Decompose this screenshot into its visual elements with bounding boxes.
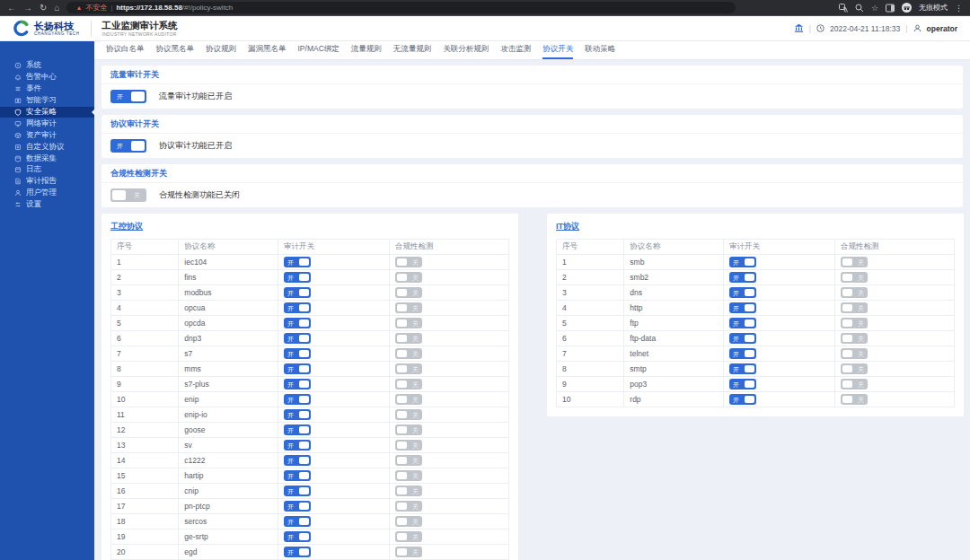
tab-1[interactable]: 协议黑名单: [156, 41, 195, 59]
audit-switch-toggle[interactable]: 开: [284, 455, 311, 466]
compliance-toggle[interactable]: 关: [841, 333, 868, 344]
audit-switch-toggle[interactable]: 开: [284, 272, 311, 283]
sidebar-item-user-management[interactable]: 用户管理: [0, 188, 94, 199]
browser-menu-icon[interactable]: ⋮: [955, 4, 963, 13]
sidebar-item-audit-report[interactable]: 审计报告: [0, 176, 94, 188]
platform-icon[interactable]: [794, 23, 804, 33]
audit-switch-toggle[interactable]: 开: [284, 379, 311, 389]
forward-icon[interactable]: →: [23, 4, 32, 13]
compliance-toggle[interactable]: 关: [395, 470, 422, 481]
security-warning-icon[interactable]: ▲: [75, 4, 82, 11]
tab-0[interactable]: 协议白名单: [106, 41, 145, 59]
compliance-toggle[interactable]: 关: [395, 348, 422, 359]
side-panel-icon[interactable]: [886, 4, 895, 13]
audit-switch-toggle[interactable]: 开: [284, 318, 311, 328]
audit-switch-toggle[interactable]: 开: [729, 348, 756, 359]
audit-switch-toggle[interactable]: 开: [284, 501, 311, 512]
audit-switch-toggle[interactable]: 开: [729, 257, 756, 267]
compliance-toggle[interactable]: 关: [395, 318, 422, 328]
compliance-toggle[interactable]: 关: [395, 394, 422, 405]
compliance-toggle[interactable]: 关: [395, 455, 422, 466]
audit-switch-toggle[interactable]: 开: [284, 470, 311, 481]
tab-7[interactable]: 关联分析规则: [443, 41, 489, 59]
section-toggle[interactable]: 开: [110, 90, 146, 103]
sidebar-item-asset-audit[interactable]: 资产审计: [0, 129, 94, 141]
audit-switch-toggle[interactable]: 开: [284, 333, 311, 344]
compliance-toggle[interactable]: 关: [395, 379, 422, 389]
section-toggle[interactable]: 关: [110, 188, 146, 202]
compliance-toggle[interactable]: 关: [395, 424, 422, 435]
tab-8[interactable]: 攻击监测: [500, 41, 531, 59]
audit-switch-toggle[interactable]: 开: [729, 287, 756, 298]
compliance-toggle[interactable]: 关: [395, 486, 422, 496]
audit-switch-toggle[interactable]: 开: [284, 516, 311, 527]
audit-switch-toggle[interactable]: 开: [729, 394, 756, 405]
audit-switch-toggle[interactable]: 开: [729, 379, 756, 389]
audit-switch-toggle[interactable]: 开: [284, 394, 311, 405]
sidebar-item-data-collection[interactable]: 数据采集: [0, 153, 94, 164]
audit-switch-toggle[interactable]: 开: [729, 318, 756, 328]
audit-switch-toggle[interactable]: 开: [729, 302, 756, 313]
bookmark-star-icon[interactable]: ☆: [871, 4, 878, 13]
compliance-toggle[interactable]: 关: [841, 394, 868, 405]
sidebar-item-events[interactable]: 事件: [0, 83, 94, 95]
compliance-toggle[interactable]: 关: [841, 287, 868, 298]
compliance-toggle[interactable]: 关: [841, 272, 868, 283]
audit-switch-toggle[interactable]: 开: [729, 363, 756, 374]
compliance-toggle[interactable]: 关: [841, 302, 868, 313]
compliance-toggle[interactable]: 关: [395, 287, 422, 298]
sidebar-item-alarm-center[interactable]: 告警中心: [0, 72, 94, 83]
compliance-toggle[interactable]: 关: [395, 531, 422, 542]
sidebar-item-settings[interactable]: 设置: [0, 199, 94, 211]
sidebar-item-network-audit[interactable]: 网络审计: [0, 118, 94, 129]
tab-4[interactable]: IP/MAC绑定: [298, 41, 340, 59]
address-bar[interactable]: ▲ 不安全 | https://172.18.58.58/#!/policy-s…: [66, 2, 736, 13]
compliance-toggle[interactable]: 关: [841, 348, 868, 359]
tab-2[interactable]: 协议规则: [206, 41, 236, 59]
username[interactable]: operator: [927, 24, 957, 33]
compliance-toggle[interactable]: 关: [395, 363, 422, 374]
sidebar-item-logs[interactable]: 日志: [0, 164, 94, 176]
incognito-avatar-icon[interactable]: [902, 3, 912, 13]
compliance-toggle[interactable]: 关: [841, 363, 868, 374]
compliance-toggle[interactable]: 关: [395, 272, 422, 283]
compliance-toggle[interactable]: 关: [395, 257, 422, 267]
audit-switch-toggle[interactable]: 开: [284, 409, 311, 420]
tab-9[interactable]: 协议开关: [542, 41, 573, 59]
compliance-toggle[interactable]: 关: [395, 547, 422, 557]
audit-switch-toggle[interactable]: 开: [284, 257, 311, 267]
audit-switch-toggle[interactable]: 开: [284, 486, 311, 496]
compliance-toggle[interactable]: 关: [395, 302, 422, 313]
sidebar-item-security-policy[interactable]: 安全策略: [0, 107, 94, 118]
home-icon[interactable]: ⌂: [54, 4, 59, 13]
tab-10[interactable]: 联动策略: [585, 41, 615, 59]
tab-6[interactable]: 无流量规则: [393, 41, 432, 59]
compliance-toggle[interactable]: 关: [395, 409, 422, 420]
compliance-toggle[interactable]: 关: [395, 333, 422, 344]
audit-switch-toggle[interactable]: 开: [284, 424, 311, 435]
audit-switch-toggle[interactable]: 开: [284, 531, 311, 542]
reload-icon[interactable]: ↻: [40, 4, 47, 13]
audit-switch-toggle[interactable]: 开: [284, 547, 311, 557]
audit-switch-toggle[interactable]: 开: [729, 333, 756, 344]
section-toggle[interactable]: 开: [110, 139, 146, 153]
compliance-toggle[interactable]: 关: [841, 257, 868, 267]
sidebar-item-custom-protocol[interactable]: 自定义协议: [0, 141, 94, 153]
audit-switch-toggle[interactable]: 开: [284, 363, 311, 374]
compliance-toggle[interactable]: 关: [841, 318, 868, 328]
translate-icon[interactable]: [839, 4, 848, 13]
audit-switch-toggle[interactable]: 开: [284, 440, 311, 451]
compliance-toggle[interactable]: 关: [841, 379, 868, 389]
compliance-toggle[interactable]: 关: [395, 440, 422, 451]
back-icon[interactable]: ←: [7, 4, 16, 13]
sidebar-item-learning[interactable]: 智能学习: [0, 95, 94, 107]
audit-switch-toggle[interactable]: 开: [284, 348, 311, 359]
zoom-icon[interactable]: [855, 4, 864, 13]
compliance-toggle[interactable]: 关: [395, 501, 422, 512]
audit-switch-toggle[interactable]: 开: [729, 272, 756, 283]
audit-switch-toggle[interactable]: 开: [284, 302, 311, 313]
audit-switch-toggle[interactable]: 开: [284, 287, 311, 298]
tab-3[interactable]: 漏洞黑名单: [248, 41, 287, 59]
compliance-toggle[interactable]: 关: [395, 516, 422, 527]
tab-5[interactable]: 流量规则: [351, 41, 382, 59]
